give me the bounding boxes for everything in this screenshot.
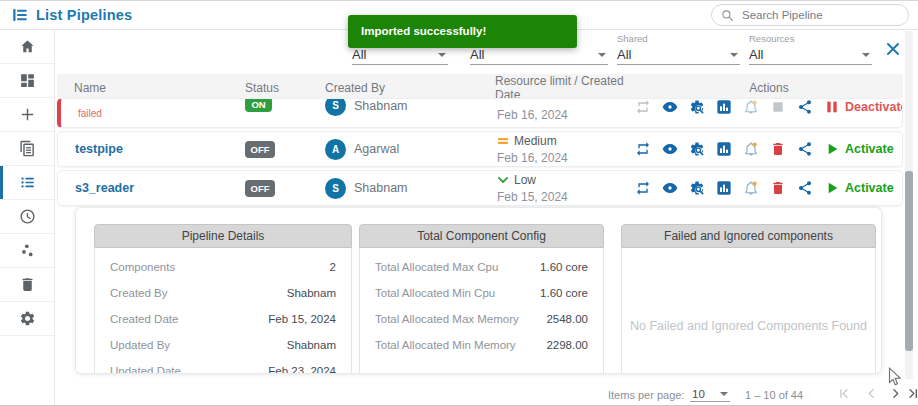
toast-notification: Imported successfully! [348, 15, 577, 48]
play-icon [824, 180, 840, 196]
priority-low-icon [497, 174, 509, 186]
sync-icon[interactable] [635, 99, 651, 115]
filter-label: Shared [617, 32, 740, 45]
detail-value: Shabnam [287, 339, 336, 351]
status-badge[interactable]: OFF [245, 141, 275, 158]
priority-medium-icon [497, 135, 509, 147]
avatar: S [325, 178, 346, 199]
column-created-by: Created By [325, 81, 495, 95]
detail-label: Updated Date [110, 365, 181, 374]
table-row[interactable]: failed ON S Shabnam Feb 16, 2024 Deactiv… [57, 98, 903, 128]
bell-alert-icon[interactable] [743, 141, 759, 157]
activate-label: Activate [845, 142, 894, 156]
sidebar-item-copy[interactable] [0, 132, 54, 166]
gear-search-icon[interactable] [689, 99, 705, 115]
mouse-cursor [888, 367, 904, 388]
config-label: Total Allocated Min Cpu [375, 287, 495, 299]
filter-dropdown-resources[interactable]: Resources All [749, 32, 872, 65]
pipeline-name-link[interactable]: testpipe [58, 142, 245, 156]
chart-icon[interactable] [716, 141, 732, 157]
search-pipeline-box[interactable] [711, 4, 909, 26]
config-label: Total Allocated Max Memory [375, 313, 519, 325]
table-row[interactable]: testpipe OFF A Agarwal Medium Feb 16, 20… [57, 131, 903, 167]
scrollbar-thumb[interactable] [905, 171, 913, 351]
eye-icon[interactable] [662, 99, 678, 115]
settings-gear-icon [19, 310, 36, 327]
pipeline-details-panel: Pipeline Details Components2 Created ByS… [94, 224, 352, 374]
pagination-range: 1 – 10 of 44 [745, 389, 803, 401]
status-badge[interactable]: OFF [245, 180, 275, 197]
empty-state-message: No Failed and Ignored Components Found [622, 276, 875, 374]
sidebar-item-components[interactable] [0, 234, 54, 268]
sidebar-item-list-pipelines[interactable] [0, 166, 54, 200]
sidebar-item-dashboard[interactable] [0, 64, 54, 98]
detail-label: Created By [110, 287, 168, 299]
chart-icon[interactable] [716, 180, 732, 196]
dashboard-icon [19, 72, 36, 89]
pipelines-list-icon [11, 6, 29, 24]
detail-value: 2 [330, 261, 336, 273]
list-pipelines-page: List Pipelines All All Shared All Resour… [0, 0, 918, 406]
config-value: 1.60 core [540, 287, 588, 299]
share-icon[interactable] [797, 99, 813, 115]
delete-icon[interactable] [770, 141, 786, 157]
sync-icon[interactable] [635, 180, 651, 196]
caret-down-icon [720, 392, 728, 396]
sidebar-item-home[interactable] [0, 30, 54, 64]
column-actions: Actions [635, 81, 903, 95]
config-value: 2548.00 [546, 313, 588, 325]
deactivate-label: Deactivate [845, 100, 903, 114]
gear-search-icon[interactable] [689, 141, 705, 157]
items-per-page-label: Items per page: [608, 389, 684, 401]
table-row[interactable]: s3_reader OFF S Shabnam Low Feb 15, 2024… [57, 170, 903, 206]
delete-icon[interactable] [770, 180, 786, 196]
plus-icon [19, 106, 36, 123]
eye-icon[interactable] [662, 180, 678, 196]
config-value: 2298.00 [546, 339, 588, 351]
last-page-button[interactable] [906, 386, 918, 402]
next-page-button[interactable] [888, 386, 904, 402]
pipeline-name-link[interactable]: failed [61, 108, 245, 119]
sync-icon[interactable] [635, 141, 651, 157]
activate-button[interactable]: Activate [824, 141, 894, 157]
panel-title: Failed and Ignored components [621, 224, 876, 248]
scatter-nodes-icon [19, 242, 36, 259]
items-per-page-value: 10 [690, 388, 705, 400]
config-label: Total Allocated Max Cpu [375, 261, 498, 273]
panel-title: Pipeline Details [94, 224, 352, 248]
first-page-icon [836, 386, 851, 401]
sidebar-item-add[interactable] [0, 98, 54, 132]
clear-filters-icon[interactable] [885, 41, 901, 57]
created-date: Feb 15, 2024 [497, 190, 635, 204]
previous-page-button[interactable] [864, 386, 880, 402]
deactivate-button[interactable]: Deactivate [824, 99, 903, 115]
chart-icon[interactable] [716, 99, 732, 115]
search-input[interactable] [740, 8, 890, 22]
eye-icon[interactable] [662, 141, 678, 157]
gear-search-icon[interactable] [689, 180, 705, 196]
filter-dropdown-shared[interactable]: Shared All [617, 32, 740, 65]
list-icon [19, 174, 36, 191]
bell-alert-icon[interactable] [743, 180, 759, 196]
detail-value: Shabnam [287, 287, 336, 299]
resource-limit-label: Medium [514, 134, 557, 148]
sidebar-item-trash[interactable] [0, 268, 54, 302]
sidebar-item-settings[interactable] [0, 302, 54, 336]
clock-icon [19, 208, 36, 225]
caret-down-icon [438, 53, 446, 57]
share-icon[interactable] [797, 180, 813, 196]
share-icon[interactable] [797, 141, 813, 157]
created-date: Feb 16, 2024 [497, 151, 635, 165]
bell-alert-icon[interactable] [743, 99, 759, 115]
items-per-page-select[interactable]: 10 [690, 386, 730, 402]
detail-label: Created Date [110, 313, 178, 325]
resource-limit-label: Low [514, 173, 536, 187]
status-badge[interactable]: ON [245, 98, 272, 112]
activate-button[interactable]: Activate [824, 180, 894, 196]
sidebar-item-schedule[interactable] [0, 200, 54, 234]
sidebar [0, 30, 55, 405]
pipeline-name-link[interactable]: s3_reader [58, 181, 245, 195]
first-page-button[interactable] [836, 386, 852, 402]
filter-value: All [749, 47, 763, 62]
chevron-left-icon [864, 386, 879, 401]
